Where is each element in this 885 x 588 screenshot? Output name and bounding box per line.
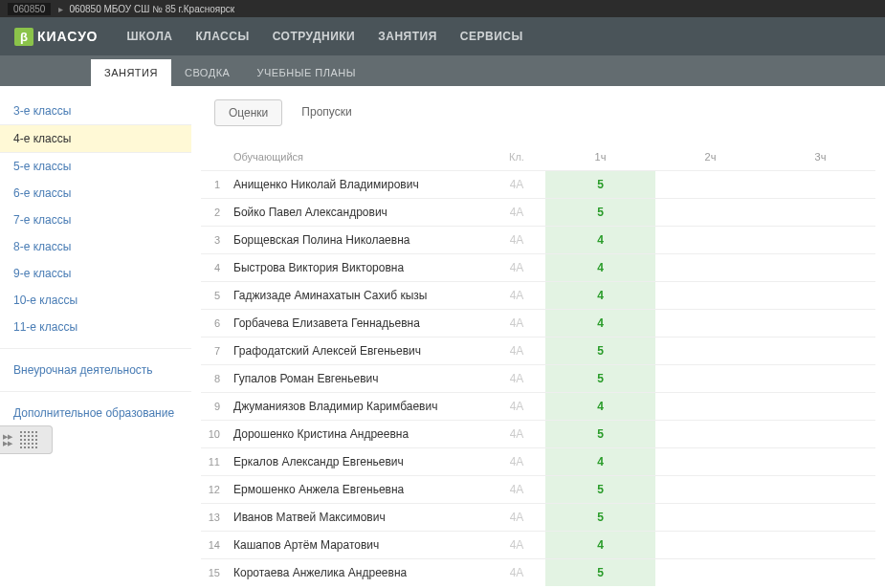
th-quarter3: 3ч — [765, 151, 875, 163]
cell-class: 4А — [488, 316, 545, 330]
table-row[interactable]: 6Горбачева Елизавета Геннадьевна4А4 — [201, 309, 875, 337]
subnav-lessons[interactable]: ЗАНЯТИЯ — [91, 59, 171, 86]
cell-q1: 4 — [545, 538, 655, 552]
table-row[interactable]: 3Борщевская Полина Николаевна4А4 — [201, 226, 875, 253]
grade-value: 5 — [545, 365, 655, 392]
sidebar-item-grade[interactable]: 3-е классы — [0, 98, 191, 124]
table-row[interactable]: 11Еркалов Александр Евгеньевич4А4 — [201, 447, 875, 475]
logo-text: КИАСУО — [37, 29, 99, 44]
cell-num: 10 — [201, 428, 230, 440]
cell-student-name: Еркалов Александр Евгеньевич — [230, 455, 488, 468]
sidebar-item-grade[interactable]: 9-е классы — [0, 260, 191, 287]
table-row[interactable]: 5Гаджизаде Аминахатын Сахиб кызы4А4 — [201, 281, 875, 309]
cell-q1: 5 — [545, 178, 655, 191]
sidebar-item-grade[interactable]: 11-е классы — [0, 314, 191, 340]
sidebar-separator — [0, 348, 191, 349]
cell-q1: 4 — [545, 400, 655, 413]
grid-icon — [19, 430, 38, 449]
tab-absences[interactable]: Пропуски — [288, 99, 365, 126]
grade-value: 5 — [545, 421, 655, 447]
grade-value: 5 — [545, 559, 655, 586]
grade-value: 4 — [545, 310, 655, 337]
table-row[interactable]: 9Джуманиязов Владимир Каримбаевич4А4 — [201, 392, 875, 420]
cell-class: 4А — [488, 566, 545, 579]
school-code: 060850 — [8, 3, 51, 15]
cell-num: 2 — [201, 207, 230, 218]
cell-student-name: Коротаева Анжелика Андреевна — [230, 566, 488, 579]
table-row[interactable]: 14Кашапов Артём Маратович4А4 — [201, 531, 875, 558]
table-row[interactable]: 15Коротаева Анжелика Андреевна4А5 — [201, 558, 875, 586]
cell-num: 8 — [201, 373, 230, 384]
sidebar-item-grade[interactable]: 6-е классы — [0, 180, 191, 207]
cell-q1: 4 — [545, 455, 655, 468]
cell-q1: 4 — [545, 233, 655, 247]
table-row[interactable]: 8Гупалов Роман Евгеньевич4А5 — [201, 364, 875, 392]
cell-class: 4А — [488, 344, 545, 358]
cell-student-name: Ермошенко Анжела Евгеньевна — [230, 483, 488, 496]
cell-class: 4А — [488, 483, 545, 496]
table-row[interactable]: 4Быстрова Виктория Викторовна4А4 — [201, 253, 875, 281]
grade-value: 4 — [545, 532, 655, 558]
cell-q1: 4 — [545, 289, 655, 302]
grade-value: 5 — [545, 476, 655, 503]
floating-widget[interactable]: ▶▶▶▶ — [0, 425, 53, 454]
subnav-summary[interactable]: СВОДКА — [171, 59, 243, 86]
sidebar-extracurricular[interactable]: Внеурочная деятельность — [0, 357, 191, 383]
cell-student-name: Горбачева Елизавета Геннадьевна — [230, 316, 488, 330]
th-class: Кл. — [488, 151, 545, 163]
cell-num: 3 — [201, 234, 230, 246]
cell-q1: 5 — [545, 566, 655, 579]
cell-class: 4А — [488, 455, 545, 468]
cell-class: 4А — [488, 206, 545, 219]
cell-student-name: Иванов Матвей Максимович — [230, 511, 488, 524]
nav-classes[interactable]: КЛАССЫ — [196, 30, 250, 43]
table-row[interactable]: 2Бойко Павел Александрович4А5 — [201, 198, 875, 226]
cell-num: 13 — [201, 512, 230, 523]
tab-grades[interactable]: Оценки — [214, 99, 282, 126]
cell-num: 14 — [201, 539, 230, 551]
nav-services[interactable]: СЕРВИСЫ — [460, 30, 523, 43]
cell-num: 6 — [201, 317, 230, 329]
school-title: 060850 МБОУ СШ № 85 г.Красноярск — [69, 4, 234, 14]
main-nav: β КИАСУО ШКОЛА КЛАССЫ СОТРУДНИКИ ЗАНЯТИЯ… — [0, 17, 885, 55]
nav-lessons[interactable]: ЗАНЯТИЯ — [378, 30, 437, 43]
cell-class: 4А — [488, 178, 545, 191]
cell-class: 4А — [488, 261, 545, 274]
th-student: Обучающийся — [230, 151, 488, 163]
sidebar-item-grade[interactable]: 10-е классы — [0, 287, 191, 314]
sidebar-separator — [0, 391, 191, 392]
grade-value: 4 — [545, 254, 655, 281]
cell-class: 4А — [488, 427, 545, 441]
grade-value: 5 — [545, 338, 655, 364]
sidebar-item-grade[interactable]: 8-е классы — [0, 233, 191, 260]
sidebar-item-grade[interactable]: 7-е классы — [0, 207, 191, 233]
table-row[interactable]: 12Ермошенко Анжела Евгеньевна4А5 — [201, 475, 875, 503]
cell-student-name: Кашапов Артём Маратович — [230, 538, 488, 552]
grade-table: Обучающийся Кл. 1ч 2ч 3ч 1Анищенко Никол… — [201, 143, 875, 586]
nav-school[interactable]: ШКОЛА — [126, 30, 172, 43]
cell-class: 4А — [488, 538, 545, 552]
nav-staff[interactable]: СОТРУДНИКИ — [273, 30, 356, 43]
sidebar-item-grade[interactable]: 5-е классы — [0, 153, 191, 180]
grade-value: 5 — [545, 504, 655, 531]
sidebar-additional-edu[interactable]: Дополнительное образование — [0, 400, 191, 426]
table-row[interactable]: 10Дорошенко Кристина Андреевна4А5 — [201, 420, 875, 447]
cell-num: 11 — [201, 456, 230, 468]
cell-q1: 5 — [545, 372, 655, 385]
sidebar: 3-е классы4-е классы5-е классы6-е классы… — [0, 86, 191, 588]
sidebar-item-grade[interactable]: 4-е классы — [0, 124, 191, 153]
th-quarter2: 2ч — [655, 151, 765, 163]
cell-num: 15 — [201, 567, 230, 578]
cell-class: 4А — [488, 511, 545, 524]
view-tabs: Оценки Пропуски — [214, 99, 875, 126]
cell-student-name: Гупалов Роман Евгеньевич — [230, 372, 488, 385]
cell-student-name: Анищенко Николай Владимирович — [230, 178, 488, 191]
cell-q1: 5 — [545, 427, 655, 441]
table-row[interactable]: 1Анищенко Николай Владимирович4А5 — [201, 170, 875, 198]
table-row[interactable]: 13Иванов Матвей Максимович4А5 — [201, 503, 875, 531]
breadcrumb-arrow-icon: ▸ — [58, 4, 63, 14]
subnav-plans[interactable]: УЧЕБНЫЕ ПЛАНЫ — [243, 59, 369, 86]
cell-student-name: Дорошенко Кристина Андреевна — [230, 427, 488, 441]
table-row[interactable]: 7Графодатский Алексей Евгеньевич4А5 — [201, 337, 875, 364]
cell-num: 5 — [201, 290, 230, 301]
